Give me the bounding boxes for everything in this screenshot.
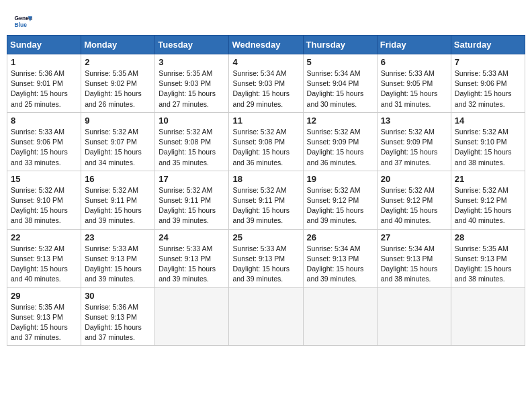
cell-info: Sunrise: 5:35 AMSunset: 9:13 PMDaylight:… [455,244,521,285]
calendar-cell [451,287,525,346]
col-header-tuesday: Tuesday [155,36,229,54]
day-number: 22 [11,232,77,242]
svg-text:Blue: Blue [15,21,28,28]
calendar-table: SundayMondayTuesdayWednesdayThursdayFrid… [7,35,525,346]
cell-info: Sunrise: 5:32 AMSunset: 9:11 PMDaylight:… [232,185,299,226]
day-number: 25 [232,232,299,242]
calendar-cell: 5Sunrise: 5:34 AMSunset: 9:04 PMDaylight… [303,54,377,113]
day-number: 23 [85,232,151,242]
calendar-cell: 29Sunrise: 5:35 AMSunset: 9:13 PMDayligh… [7,287,81,346]
day-number: 3 [159,57,225,67]
col-header-saturday: Saturday [451,36,525,54]
cell-info: Sunrise: 5:32 AMSunset: 9:10 PMDaylight:… [11,185,77,226]
col-header-sunday: Sunday [7,36,81,54]
cell-info: Sunrise: 5:34 AMSunset: 9:03 PMDaylight:… [232,68,299,109]
cell-info: Sunrise: 5:35 AMSunset: 9:03 PMDaylight:… [159,68,225,109]
day-number: 4 [232,57,299,67]
calendar-cell: 14Sunrise: 5:32 AMSunset: 9:10 PMDayligh… [451,112,525,171]
day-number: 26 [307,232,373,242]
calendar-cell [229,287,303,346]
cell-info: Sunrise: 5:32 AMSunset: 9:09 PMDaylight:… [381,127,447,168]
col-header-monday: Monday [81,36,155,54]
day-number: 21 [455,174,521,184]
day-number: 17 [159,174,225,184]
calendar-week-0: 1Sunrise: 5:36 AMSunset: 9:01 PMDaylight… [7,54,525,113]
day-number: 8 [11,116,77,126]
day-number: 7 [455,57,521,67]
cell-info: Sunrise: 5:35 AMSunset: 9:02 PMDaylight:… [85,68,151,109]
day-number: 28 [455,232,521,242]
calendar-cell: 1Sunrise: 5:36 AMSunset: 9:01 PMDaylight… [7,54,81,113]
calendar-cell [303,287,377,346]
cell-info: Sunrise: 5:34 AMSunset: 9:13 PMDaylight:… [381,244,447,285]
col-header-friday: Friday [377,36,451,54]
calendar-week-4: 29Sunrise: 5:35 AMSunset: 9:13 PMDayligh… [7,287,525,346]
cell-info: Sunrise: 5:32 AMSunset: 9:11 PMDaylight:… [159,185,225,226]
cell-info: Sunrise: 5:33 AMSunset: 9:13 PMDaylight:… [232,244,299,285]
day-number: 1 [11,57,77,67]
calendar-week-3: 22Sunrise: 5:32 AMSunset: 9:13 PMDayligh… [7,229,525,287]
cell-info: Sunrise: 5:32 AMSunset: 9:12 PMDaylight:… [381,185,447,226]
calendar-cell: 27Sunrise: 5:34 AMSunset: 9:13 PMDayligh… [377,229,451,287]
day-number: 10 [159,116,225,126]
calendar-cell: 10Sunrise: 5:32 AMSunset: 9:08 PMDayligh… [155,112,229,171]
calendar-cell: 13Sunrise: 5:32 AMSunset: 9:09 PMDayligh… [377,112,451,171]
day-number: 24 [159,232,225,242]
calendar-week-1: 8Sunrise: 5:33 AMSunset: 9:06 PMDaylight… [7,112,525,171]
calendar-week-2: 15Sunrise: 5:32 AMSunset: 9:10 PMDayligh… [7,171,525,229]
cell-info: Sunrise: 5:36 AMSunset: 9:13 PMDaylight:… [85,302,151,343]
calendar-cell: 19Sunrise: 5:32 AMSunset: 9:12 PMDayligh… [303,171,377,229]
day-number: 12 [307,116,373,126]
calendar-cell: 9Sunrise: 5:32 AMSunset: 9:07 PMDaylight… [81,112,155,171]
calendar-cell: 26Sunrise: 5:34 AMSunset: 9:13 PMDayligh… [303,229,377,287]
calendar-cell: 20Sunrise: 5:32 AMSunset: 9:12 PMDayligh… [377,171,451,229]
cell-info: Sunrise: 5:32 AMSunset: 9:11 PMDaylight:… [85,185,151,226]
cell-info: Sunrise: 5:34 AMSunset: 9:04 PMDaylight:… [307,68,373,109]
cell-info: Sunrise: 5:32 AMSunset: 9:13 PMDaylight:… [11,244,77,285]
cell-info: Sunrise: 5:32 AMSunset: 9:07 PMDaylight:… [85,127,151,168]
cell-info: Sunrise: 5:32 AMSunset: 9:10 PMDaylight:… [455,127,521,168]
day-number: 29 [11,291,77,301]
cell-info: Sunrise: 5:33 AMSunset: 9:06 PMDaylight:… [11,127,77,168]
day-number: 14 [455,116,521,126]
logo: General Blue [13,12,32,31]
calendar-cell: 24Sunrise: 5:33 AMSunset: 9:13 PMDayligh… [155,229,229,287]
cell-info: Sunrise: 5:33 AMSunset: 9:05 PMDaylight:… [381,68,447,109]
calendar-cell: 11Sunrise: 5:32 AMSunset: 9:08 PMDayligh… [229,112,303,171]
calendar-cell [377,287,451,346]
cell-info: Sunrise: 5:32 AMSunset: 9:12 PMDaylight:… [307,185,373,226]
day-number: 5 [307,57,373,67]
logo-icon: General Blue [13,12,32,31]
day-number: 19 [307,174,373,184]
cell-info: Sunrise: 5:32 AMSunset: 9:08 PMDaylight:… [159,127,225,168]
calendar-cell: 21Sunrise: 5:32 AMSunset: 9:12 PMDayligh… [451,171,525,229]
day-number: 2 [85,57,151,67]
day-number: 13 [381,116,447,126]
day-number: 27 [381,232,447,242]
calendar-cell: 30Sunrise: 5:36 AMSunset: 9:13 PMDayligh… [81,287,155,346]
cell-info: Sunrise: 5:36 AMSunset: 9:01 PMDaylight:… [11,68,77,109]
day-number: 30 [85,291,151,301]
col-header-wednesday: Wednesday [229,36,303,54]
cell-info: Sunrise: 5:34 AMSunset: 9:13 PMDaylight:… [307,244,373,285]
calendar-cell: 2Sunrise: 5:35 AMSunset: 9:02 PMDaylight… [81,54,155,113]
calendar-cell: 3Sunrise: 5:35 AMSunset: 9:03 PMDaylight… [155,54,229,113]
calendar-cell: 18Sunrise: 5:32 AMSunset: 9:11 PMDayligh… [229,171,303,229]
day-number: 6 [381,57,447,67]
calendar-cell: 28Sunrise: 5:35 AMSunset: 9:13 PMDayligh… [451,229,525,287]
calendar-cell: 7Sunrise: 5:33 AMSunset: 9:06 PMDaylight… [451,54,525,113]
day-number: 18 [232,174,299,184]
calendar-cell: 16Sunrise: 5:32 AMSunset: 9:11 PMDayligh… [81,171,155,229]
calendar-cell: 25Sunrise: 5:33 AMSunset: 9:13 PMDayligh… [229,229,303,287]
calendar-cell: 17Sunrise: 5:32 AMSunset: 9:11 PMDayligh… [155,171,229,229]
col-header-thursday: Thursday [303,36,377,54]
calendar-cell: 12Sunrise: 5:32 AMSunset: 9:09 PMDayligh… [303,112,377,171]
day-number: 20 [381,174,447,184]
cell-info: Sunrise: 5:32 AMSunset: 9:12 PMDaylight:… [455,185,521,226]
page-header: General Blue [7,7,525,35]
calendar-cell: 22Sunrise: 5:32 AMSunset: 9:13 PMDayligh… [7,229,81,287]
day-number: 11 [232,116,299,126]
day-number: 9 [85,116,151,126]
calendar-cell: 23Sunrise: 5:33 AMSunset: 9:13 PMDayligh… [81,229,155,287]
cell-info: Sunrise: 5:32 AMSunset: 9:08 PMDaylight:… [232,127,299,168]
